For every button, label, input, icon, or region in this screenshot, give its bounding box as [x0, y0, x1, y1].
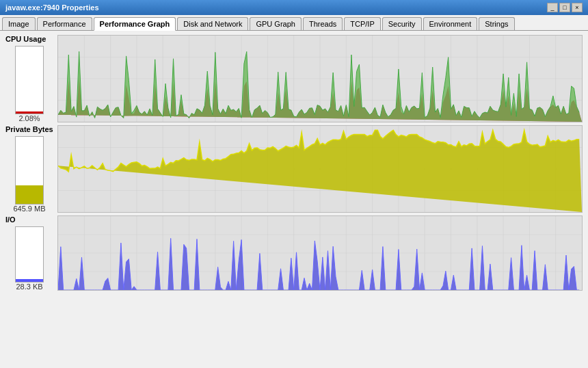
cpu-mini-bar	[15, 46, 44, 114]
tab-image[interactable]: Image	[2, 17, 36, 30]
private-label-area: Private Bytes 645.9 MB	[5, 125, 53, 213]
tab-performance[interactable]: Performance	[37, 17, 92, 30]
cpu-label-area: CPU Usage 2.08%	[5, 35, 53, 122]
window-controls: _ □ ×	[547, 3, 583, 12]
io-canvas	[58, 216, 582, 290]
io-mini-fill	[16, 279, 43, 282]
io-value: 28.3 KB	[16, 282, 42, 291]
private-section: Private Bytes 645.9 MB	[5, 125, 583, 213]
tab-gpu-graph[interactable]: GPU Graph	[250, 17, 301, 30]
tab-strings[interactable]: Strings	[479, 17, 514, 30]
private-mini-bar	[15, 136, 44, 205]
io-label-area: I/O 28.3 KB	[5, 215, 53, 291]
cpu-canvas	[58, 36, 582, 122]
private-graph	[57, 125, 583, 213]
tab-environment[interactable]: Environment	[423, 17, 478, 30]
private-title: Private Bytes	[5, 125, 53, 133]
io-title: I/O	[5, 215, 16, 224]
tab-threads[interactable]: Threads	[303, 17, 343, 30]
tab-performance-graph[interactable]: Performance Graph	[94, 17, 176, 31]
cpu-mini-fill	[16, 111, 43, 114]
tab-security[interactable]: Security	[382, 17, 422, 30]
io-graph	[57, 215, 583, 291]
cpu-section: CPU Usage 2.08%	[5, 35, 583, 122]
tab-tcpip[interactable]: TCP/IP	[344, 17, 380, 30]
private-mini-fill	[16, 185, 43, 204]
private-value: 645.9 MB	[13, 205, 45, 213]
io-section: I/O 28.3 KB	[5, 215, 583, 291]
minimize-button[interactable]: _	[547, 3, 558, 12]
tab-bar: Image Performance Performance Graph Disk…	[0, 15, 588, 31]
cpu-value: 2.08%	[18, 114, 40, 122]
content-area: CPU Usage 2.08% Private Bytes 645.9 MB I…	[0, 31, 588, 363]
window-title: javaw.exe:7940 Properties	[5, 3, 99, 12]
private-canvas	[58, 126, 582, 212]
cpu-graph	[57, 35, 583, 122]
io-mini-bar	[15, 226, 44, 282]
close-button[interactable]: ×	[572, 3, 583, 12]
maximize-button[interactable]: □	[559, 3, 570, 12]
title-bar: javaw.exe:7940 Properties _ □ ×	[0, 0, 588, 15]
tab-disk-network[interactable]: Disk and Network	[177, 17, 248, 30]
cpu-title: CPU Usage	[5, 35, 46, 43]
